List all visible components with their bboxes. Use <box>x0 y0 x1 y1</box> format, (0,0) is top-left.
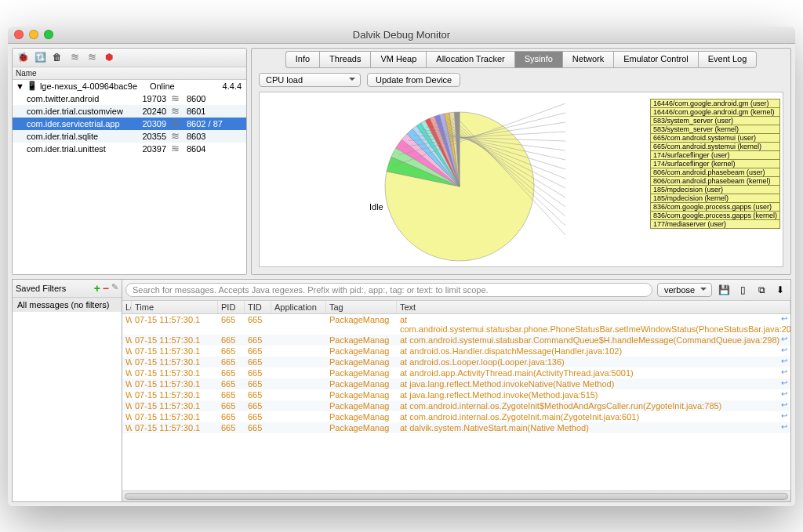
debug-icon[interactable]: 🐞 <box>16 50 30 64</box>
process-name: com.ider.trial.sqlite <box>27 132 136 141</box>
process-row[interactable]: com.twitter.android19703≋8600 <box>13 92 246 105</box>
scrollbar-thumb[interactable] <box>125 493 788 500</box>
wrap-icon: ↩ <box>781 356 787 365</box>
heap-icon[interactable]: ≋ <box>85 50 99 64</box>
wrap-icon: ↩ <box>781 335 787 343</box>
top-area: 🐞 🔃 🗑 ≋ ≋ ⬢ Name ▼📱 lge-nexus_4-00964bac… <box>8 44 795 279</box>
devices-toolbar: 🐞 🔃 🗑 ≋ ≋ ⬢ <box>13 49 246 67</box>
titlebar: Dalvik Debug Monitor <box>8 27 795 44</box>
device-name: lge-nexus_4-00964bac9e <box>40 81 150 91</box>
tab-sysinfo[interactable]: Sysinfo <box>514 51 562 68</box>
select-value: CPU load <box>266 75 303 85</box>
process-name: com.ider.servicetrial.app <box>27 119 136 128</box>
edit-filter-icon[interactable]: ✎ <box>111 282 118 295</box>
log-panel: Search for messages. Accepts Java regexe… <box>122 279 791 502</box>
device-column-header: Name <box>13 67 246 80</box>
devices-panel: 🐞 🔃 🗑 ≋ ≋ ⬢ Name ▼📱 lge-nexus_4-00964bac… <box>12 48 247 275</box>
pie-chart <box>362 108 558 267</box>
log-search-bar: Search for messages. Accepts Java regexe… <box>122 280 790 301</box>
process-port: 8603 <box>187 132 229 141</box>
filter-all-messages[interactable]: All messages (no filters) <box>13 298 122 312</box>
process-pid: 20309 <box>136 119 171 128</box>
window-title: Dalvik Debug Monitor <box>8 29 795 41</box>
app-window: Dalvik Debug Monitor 🐞 🔃 🗑 ≋ ≋ ⬢ Name ▼📱… <box>8 27 795 506</box>
threads-icon[interactable]: ≋ <box>67 50 82 64</box>
log-row[interactable]: W07-15 11:57:30.1665665PackageManag at c… <box>122 314 790 335</box>
trash-icon[interactable]: 🗑 <box>50 50 64 64</box>
add-filter-icon[interactable]: + <box>94 282 100 295</box>
thread-icon: ≋ <box>171 95 187 102</box>
device-row[interactable]: ▼📱 lge-nexus_4-00964bac9e Online 4.4.4 <box>13 80 246 92</box>
process-port: 8604 <box>187 144 229 154</box>
clear-log-icon[interactable]: ▯ <box>736 283 750 297</box>
thread-icon: ≋ <box>171 145 187 152</box>
log-row[interactable]: W07-15 11:57:30.1665665PackageManag at c… <box>122 335 790 346</box>
log-col-tag[interactable]: Tag <box>326 301 397 313</box>
log-col-pid[interactable]: PID <box>218 301 245 313</box>
log-level-value: verbose <box>664 285 695 295</box>
wrap-icon: ↩ <box>781 346 787 354</box>
log-level-select[interactable]: verbose <box>657 283 712 297</box>
process-pid: 20240 <box>136 107 171 116</box>
log-columns: LeTimePIDTIDApplicationTagText <box>122 301 790 314</box>
log-area: Saved Filters + − ✎ All messages (no fil… <box>8 279 795 506</box>
export-log-icon[interactable]: ⬇ <box>773 283 787 297</box>
process-pid: 19703 <box>136 94 171 103</box>
tab-threads[interactable]: Threads <box>319 51 370 68</box>
save-log-icon[interactable]: 💾 <box>717 283 731 297</box>
thread-icon: ≋ <box>171 107 187 114</box>
device-version: 4.4.4 <box>181 81 246 91</box>
process-row[interactable]: com.ider.trial.unittest20397≋8604 <box>13 143 246 155</box>
tab-bar: InfoThreadsVM HeapAllocation TrackerSysi… <box>254 51 788 68</box>
process-pid: 20397 <box>136 144 171 154</box>
legend: 16446/com.google.android.gm (user)16446/… <box>650 99 780 228</box>
log-rows[interactable]: W07-15 11:57:30.1665665PackageManag at c… <box>122 314 790 490</box>
scroll-lock-icon[interactable]: ⧉ <box>754 283 768 297</box>
remove-filter-icon[interactable]: − <box>103 282 109 295</box>
log-col-le[interactable]: Le <box>122 301 132 313</box>
log-row[interactable]: W07-15 11:57:30.1665665PackageManag at d… <box>122 422 790 433</box>
log-row[interactable]: W07-15 11:57:30.1665665PackageManag at a… <box>122 346 790 356</box>
log-row[interactable]: W07-15 11:57:30.1665665PackageManag at a… <box>122 356 790 367</box>
tab-vm-heap[interactable]: VM Heap <box>370 51 426 68</box>
wrap-icon: ↩ <box>781 411 787 420</box>
log-col-text[interactable]: Text <box>397 301 790 313</box>
process-row[interactable]: com.ider.trial.customview20240≋8601 <box>13 105 246 118</box>
log-row[interactable]: W07-15 11:57:30.1665665PackageManag at c… <box>122 411 790 422</box>
device-status: Online <box>150 81 181 91</box>
log-row[interactable]: W07-15 11:57:30.1665665PackageManag at j… <box>122 389 790 400</box>
log-col-application[interactable]: Application <box>271 301 326 313</box>
legend-item: 177/mediaserver (user) <box>650 219 780 229</box>
process-port: 8600 <box>187 94 229 103</box>
log-col-time[interactable]: Time <box>132 301 218 313</box>
wrap-icon: ↩ <box>781 367 787 376</box>
process-port: 8602 / 87 <box>187 119 229 128</box>
wrap-icon: ↩ <box>781 422 787 431</box>
wrap-icon: ↩ <box>781 389 787 398</box>
process-port: 8601 <box>187 107 229 116</box>
cpu-load-select[interactable]: CPU load <box>259 73 361 87</box>
log-row[interactable]: W07-15 11:57:30.1665665PackageManag at c… <box>122 400 790 411</box>
sysinfo-toolbar: CPU load Update from Device <box>254 68 788 92</box>
tab-emulator-control[interactable]: Emulator Control <box>613 51 698 68</box>
idle-label: Idle <box>369 202 383 212</box>
tab-info[interactable]: Info <box>285 51 319 68</box>
log-row[interactable]: W07-15 11:57:30.1665665PackageManag at a… <box>122 367 790 378</box>
log-row[interactable]: W07-15 11:57:30.1665665PackageManag at j… <box>122 378 790 389</box>
device-table: ▼📱 lge-nexus_4-00964bac9e Online 4.4.4 c… <box>13 80 246 274</box>
process-name: com.ider.trial.customview <box>27 107 136 116</box>
update-button[interactable]: Update from Device <box>367 73 460 87</box>
tab-event-log[interactable]: Event Log <box>698 51 758 68</box>
log-scrollbar[interactable] <box>122 490 790 501</box>
filters-header: Saved Filters + − ✎ <box>13 280 122 298</box>
update-icon[interactable]: 🔃 <box>33 50 47 64</box>
search-input[interactable]: Search for messages. Accepts Java regexe… <box>125 283 652 297</box>
stop-icon[interactable]: ⬢ <box>102 50 116 64</box>
tab-allocation-tracker[interactable]: Allocation Tracker <box>426 51 514 68</box>
thread-icon: ≋ <box>171 132 187 139</box>
process-row[interactable]: com.ider.trial.sqlite20355≋8603 <box>13 130 246 143</box>
log-col-tid[interactable]: TID <box>245 301 271 313</box>
tab-network[interactable]: Network <box>562 51 613 68</box>
process-name: com.ider.trial.unittest <box>27 144 136 154</box>
process-row[interactable]: com.ider.servicetrial.app20309≋8602 / 87 <box>13 118 246 130</box>
